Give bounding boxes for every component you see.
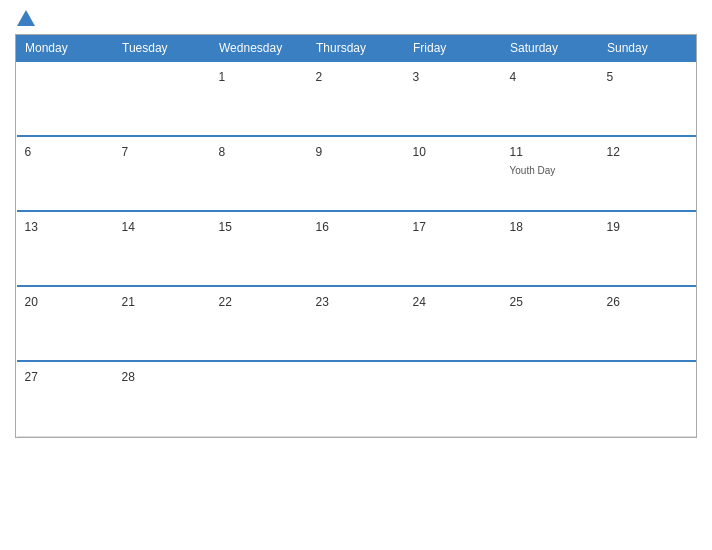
calendar-cell: 3 <box>405 61 502 136</box>
calendar-cell: 15 <box>211 211 308 286</box>
calendar-cell: 16 <box>308 211 405 286</box>
cell-date: 9 <box>316 145 323 159</box>
day-header-friday: Friday <box>405 36 502 62</box>
cell-event: Youth Day <box>510 165 556 176</box>
calendar-cell: 17 <box>405 211 502 286</box>
week-row-1: 12345 <box>17 61 696 136</box>
calendar-cell: 24 <box>405 286 502 361</box>
calendar-header: MondayTuesdayWednesdayThursdayFridaySatu… <box>17 36 696 62</box>
calendar-cell: 26 <box>599 286 696 361</box>
calendar-cell: 23 <box>308 286 405 361</box>
calendar-cell: 2 <box>308 61 405 136</box>
calendar-cell: 28 <box>114 361 211 436</box>
calendar-cell: 22 <box>211 286 308 361</box>
cell-date: 15 <box>219 220 232 234</box>
week-row-2: 67891011Youth Day12 <box>17 136 696 211</box>
cell-date: 21 <box>122 295 135 309</box>
cell-date: 17 <box>413 220 426 234</box>
cell-date: 5 <box>607 70 614 84</box>
calendar-cell: 20 <box>17 286 114 361</box>
logo <box>15 10 35 26</box>
calendar-page: MondayTuesdayWednesdayThursdayFridaySatu… <box>0 0 712 550</box>
cell-date: 10 <box>413 145 426 159</box>
calendar-cell: 1 <box>211 61 308 136</box>
calendar-table: MondayTuesdayWednesdayThursdayFridaySatu… <box>16 35 696 437</box>
calendar-cell: 11Youth Day <box>502 136 599 211</box>
day-header-sunday: Sunday <box>599 36 696 62</box>
header <box>15 10 697 26</box>
calendar-cell <box>502 361 599 436</box>
calendar-cell: 19 <box>599 211 696 286</box>
calendar-cell: 27 <box>17 361 114 436</box>
calendar-cell: 25 <box>502 286 599 361</box>
calendar-cell <box>405 361 502 436</box>
day-header-tuesday: Tuesday <box>114 36 211 62</box>
cell-date: 7 <box>122 145 129 159</box>
cell-date: 24 <box>413 295 426 309</box>
day-header-thursday: Thursday <box>308 36 405 62</box>
cell-date: 11 <box>510 145 523 159</box>
day-header-saturday: Saturday <box>502 36 599 62</box>
cell-date: 13 <box>25 220 38 234</box>
day-header-wednesday: Wednesday <box>211 36 308 62</box>
calendar-cell: 12 <box>599 136 696 211</box>
cell-date: 25 <box>510 295 523 309</box>
logo-line-top <box>15 10 35 28</box>
calendar-cell: 8 <box>211 136 308 211</box>
logo-triangle-icon <box>17 10 35 26</box>
calendar-cell: 13 <box>17 211 114 286</box>
calendar-cell: 9 <box>308 136 405 211</box>
week-row-5: 2728 <box>17 361 696 436</box>
cell-date: 2 <box>316 70 323 84</box>
cell-date: 12 <box>607 145 620 159</box>
calendar-cell: 7 <box>114 136 211 211</box>
cell-date: 26 <box>607 295 620 309</box>
calendar-cell: 6 <box>17 136 114 211</box>
calendar-wrapper: MondayTuesdayWednesdayThursdayFridaySatu… <box>15 34 697 438</box>
days-header-row: MondayTuesdayWednesdayThursdayFridaySatu… <box>17 36 696 62</box>
cell-date: 16 <box>316 220 329 234</box>
cell-date: 18 <box>510 220 523 234</box>
cell-date: 4 <box>510 70 517 84</box>
calendar-cell: 5 <box>599 61 696 136</box>
calendar-cell: 18 <box>502 211 599 286</box>
calendar-cell <box>211 361 308 436</box>
cell-date: 23 <box>316 295 329 309</box>
calendar-cell <box>599 361 696 436</box>
day-header-monday: Monday <box>17 36 114 62</box>
calendar-cell: 4 <box>502 61 599 136</box>
cell-date: 19 <box>607 220 620 234</box>
week-row-3: 13141516171819 <box>17 211 696 286</box>
cell-date: 27 <box>25 370 38 384</box>
cell-date: 28 <box>122 370 135 384</box>
calendar-body: 1234567891011Youth Day121314151617181920… <box>17 61 696 436</box>
cell-date: 1 <box>219 70 226 84</box>
week-row-4: 20212223242526 <box>17 286 696 361</box>
cell-date: 20 <box>25 295 38 309</box>
cell-date: 3 <box>413 70 420 84</box>
cell-date: 22 <box>219 295 232 309</box>
calendar-cell: 10 <box>405 136 502 211</box>
cell-date: 8 <box>219 145 226 159</box>
calendar-cell: 21 <box>114 286 211 361</box>
calendar-cell: 14 <box>114 211 211 286</box>
cell-date: 14 <box>122 220 135 234</box>
calendar-cell <box>17 61 114 136</box>
calendar-cell <box>114 61 211 136</box>
cell-date: 6 <box>25 145 32 159</box>
calendar-cell <box>308 361 405 436</box>
